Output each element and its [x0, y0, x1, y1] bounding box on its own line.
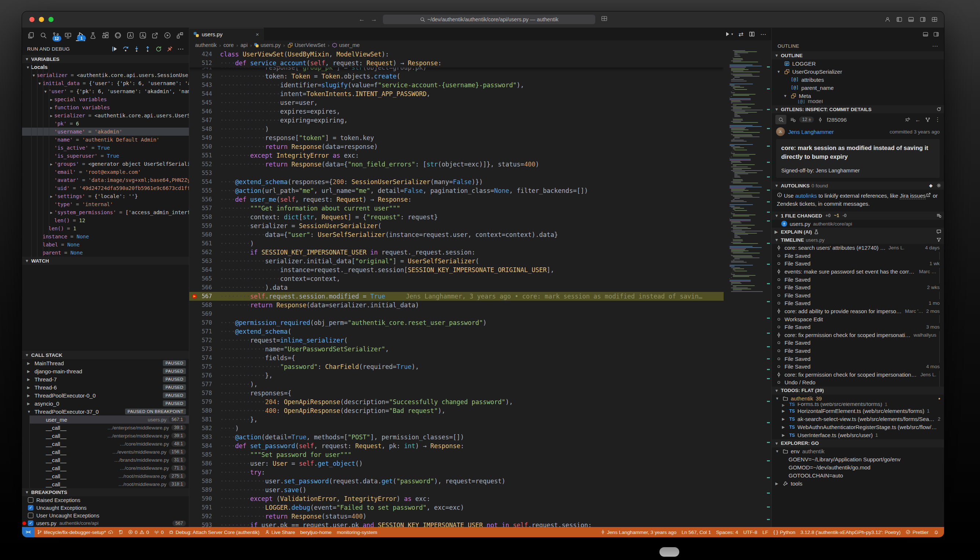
variable-row[interactable]: ▼serializer = <authentik.core.api.users.…	[22, 71, 189, 79]
run-python-file-icon[interactable]: ▾	[725, 31, 733, 37]
pin-icon[interactable]	[905, 117, 911, 122]
activity-run-debug-icon[interactable]: 1	[76, 29, 85, 41]
status-item[interactable]: Jens Langhammer, 3 years ago	[598, 530, 679, 535]
timeline-item[interactable]: File Saved	[772, 252, 944, 260]
toggle-panel-icon[interactable]	[908, 17, 914, 22]
code-line[interactable]: 577········),	[189, 380, 723, 389]
remote-indicator[interactable]: ><	[22, 527, 35, 537]
code-line[interactable]: 561········)	[189, 239, 723, 248]
code-line[interactable]: 563············serializer.initial_data["…	[189, 257, 723, 265]
autolink-add-icon[interactable]: ◆	[929, 183, 932, 188]
breakpoints-section-header[interactable]: ▼ BREAKPOINTS	[22, 488, 189, 496]
code-line[interactable]: 589············user.save()	[189, 485, 723, 494]
variable-row[interactable]: len() = 12	[22, 217, 189, 225]
code-line[interactable]: 554····@extend_schema(responses={200: Se…	[189, 177, 723, 186]
go-env-folder-row[interactable]: ▼envauthentik	[772, 447, 944, 455]
variable-row[interactable]: 'avatar' = 'data:image/svg+xml;base64,PH…	[22, 176, 189, 184]
timeline-item[interactable]: core: add ability to provide reason for …	[772, 307, 944, 315]
variable-row[interactable]: len() = 1	[22, 225, 189, 233]
status-item[interactable]: 3.12.8 ('authentik-xEAhpGPh-py3.12': Poe…	[798, 530, 903, 535]
code-line[interactable]: 580············400: OpenApiResponse(desc…	[189, 406, 723, 415]
autolinks-section-header[interactable]: ▼ AUTOLINKS 0 found ◆	[772, 182, 944, 190]
breadcrumb-item[interactable]: UserViewSet	[288, 42, 325, 48]
code-line[interactable]: 591············LOGGER.debug(event="Faile…	[189, 503, 723, 512]
breakpoint-row[interactable]: User Uncaught Exceptions	[22, 512, 189, 519]
secondary-sidebar-icon[interactable]	[933, 32, 939, 37]
timeline-item[interactable]: core: fix permission check for scoped im…	[772, 371, 944, 379]
outline-item[interactable]: [@]model	[772, 100, 944, 104]
checkbox[interactable]: ✓	[28, 520, 33, 526]
variable-row[interactable]: 'name' = 'authentik Default Admin'	[22, 136, 189, 144]
breadcrumb-item[interactable]: users.py	[254, 42, 280, 48]
code-line[interactable]: 575················"password": CharField…	[189, 362, 723, 371]
code-line[interactable]: 541············response["group_pk"] = st…	[189, 67, 723, 72]
timeline-item[interactable]: File Saved1 mo	[772, 299, 944, 307]
go-env-var[interactable]: GOENV=~/Library/Application Support/go/e…	[772, 455, 944, 463]
call-stack-thread[interactable]: ▶MainThreadPAUSED	[22, 359, 189, 367]
changed-file-row[interactable]: ± users.py authentik/core/api	[772, 220, 944, 228]
autolinks-link[interactable]: autolinks	[795, 193, 817, 199]
outline-item[interactable]: ▼UserGroupSerializer	[772, 67, 944, 75]
feedback-icon[interactable]	[937, 229, 942, 234]
timeline-item[interactable]: File Saved	[772, 339, 944, 347]
code-line[interactable]: 558········context: dict[str, Request] =…	[189, 213, 723, 222]
code-line[interactable]: 581········},	[189, 415, 723, 424]
timeline-item[interactable]: File Saved1 wk	[772, 260, 944, 268]
breadcrumb-item[interactable]: api	[241, 42, 248, 48]
call-stack-thread[interactable]: ▶Thread-6PAUSED	[22, 383, 189, 391]
variable-row[interactable]: parent = None	[22, 248, 189, 257]
code-line[interactable]: 550············return Response(data=resp…	[189, 142, 723, 151]
code-line[interactable]: 570····@permission_required(obj_perm="au…	[189, 318, 723, 327]
timeline-item[interactable]: File Saved4 mos	[772, 363, 944, 371]
variable-row[interactable]: ▶'system_permissions' = ['access_admin_i…	[22, 208, 189, 217]
commit-author-link[interactable]: Jens Langhammer	[788, 129, 834, 135]
call-stack-frame[interactable]: __call__…/brands/middleware.py31:1	[29, 456, 189, 464]
code-line[interactable]: 573············name="UserPasswordSetSeri…	[189, 345, 723, 353]
explorer-go-section-header[interactable]: ▼ EXPLORER: GO	[772, 439, 944, 447]
todo-file-row[interactable]: ▶TSForms.ts (web/src/elements/forms)1	[772, 403, 944, 407]
toggle-secondary-sidebar-icon[interactable]	[920, 17, 926, 22]
graph-icon[interactable]	[925, 117, 930, 122]
status-item[interactable]: { }Python	[771, 530, 798, 535]
activity-live-share-icon[interactable]	[150, 30, 160, 41]
code-line[interactable]: 590········except (ValidationError, Inte…	[189, 494, 723, 503]
checkbox[interactable]	[28, 513, 33, 518]
variable-row[interactable]: 'type' = 'internal'	[22, 200, 189, 208]
activity-remote-monitor-icon[interactable]	[64, 30, 73, 41]
variable-row[interactable]: ▶function variables	[22, 103, 189, 112]
code-line[interactable]: 546················expires=expires,	[189, 107, 723, 116]
outline-item[interactable]: [@]parent_name	[772, 83, 944, 92]
variable-row[interactable]: ▼initial_data = {'user': {'pk': 6, 'user…	[22, 79, 189, 87]
back-icon[interactable]: ←	[915, 117, 921, 123]
call-stack-frame[interactable]: __call__…/events/middleware.py156:1	[29, 448, 189, 456]
debug-step-into-icon[interactable]	[133, 46, 140, 52]
timeline-item[interactable]: events: make sure password set event has…	[772, 268, 944, 276]
outline-item[interactable]: [@]attributes	[772, 75, 944, 83]
status-item[interactable]: Debug: Attach Server Core (authentik)	[166, 530, 262, 535]
status-item[interactable]: lifecycle/fix-debugger-setup*	[35, 530, 115, 535]
close-icon[interactable]: ×	[256, 31, 259, 37]
variable-row[interactable]: ▶'settings' = {'locale': ''}	[22, 192, 189, 200]
activity-pull-request-icon[interactable]	[126, 30, 135, 41]
checkbox[interactable]	[28, 497, 33, 503]
variable-row[interactable]: 'is_active' = True	[22, 144, 189, 152]
code-line[interactable]: 593········if user.pk == request.user.pk…	[189, 521, 723, 527]
debug-disconnect-icon[interactable]	[167, 46, 173, 52]
code-line[interactable]: 552············return Response(data={"no…	[189, 160, 723, 169]
code-line[interactable]: 592············return Response(status=40…	[189, 512, 723, 521]
activity-run-circle-icon[interactable]	[163, 30, 172, 41]
status-item[interactable]: monitoring-system	[334, 530, 380, 535]
variable-row[interactable]: instance = None	[22, 233, 189, 240]
status-item[interactable]	[115, 530, 126, 535]
code-line[interactable]: 587········try:	[189, 468, 723, 477]
call-stack-frame[interactable]: user_meusers.py567:1	[29, 415, 189, 423]
code-line[interactable]: 548············)	[189, 125, 723, 133]
call-stack-frame[interactable]: __call__…/root/middleware.py275:1	[29, 472, 189, 480]
call-stack-thread[interactable]: ▶Thread-7PAUSED	[22, 375, 189, 383]
status-item[interactable]: beryljuo-home	[298, 530, 335, 535]
outline-section-header[interactable]: ▼ OUTLINE	[772, 51, 944, 59]
timeline-item[interactable]: core: search users' attributes (#12740) …	[772, 244, 944, 252]
variable-row[interactable]: ▶'groups' = <generator object UserSelfSe…	[22, 160, 189, 168]
code-line[interactable]: 543················identifier=slugify(va…	[189, 81, 723, 90]
call-stack-frame[interactable]: __call__…/enterprise/middleware.py39:1	[29, 432, 189, 440]
